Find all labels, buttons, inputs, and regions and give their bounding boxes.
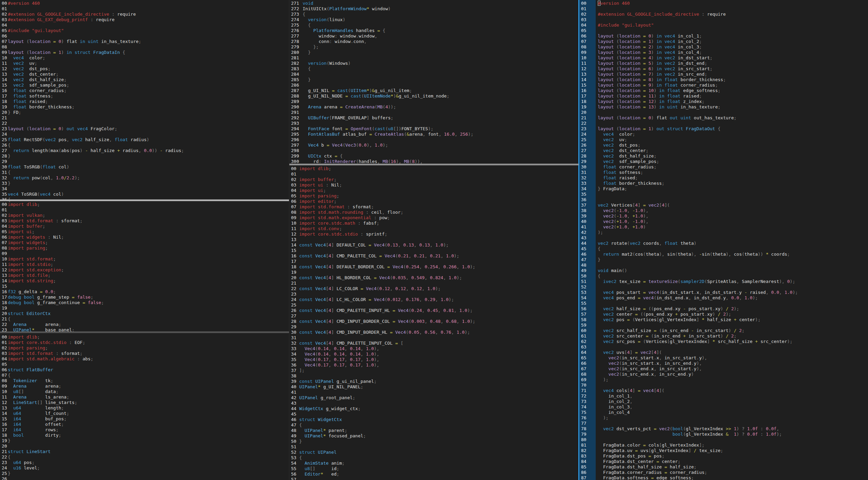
code-token: ]: [331, 308, 337, 313]
code-line: 14import std.string;: [0, 278, 289, 284]
code-token: uvs: [616, 350, 624, 355]
code-token: +: [633, 224, 635, 229]
code-token: vec2: [598, 372, 619, 377]
code-token: (: [377, 286, 379, 291]
code-token: vec2: [598, 202, 611, 208]
editor-window[interactable]: 00import dlib;0102import vulkan;03import…: [0, 201, 289, 332]
code-token: dst_center: [29, 72, 56, 77]
split-separator[interactable]: [0, 199, 289, 201]
code-token: =: [345, 126, 351, 131]
line-number: 75: [579, 410, 596, 415]
code-line: 13layout (location = 7) in vec2 in_src_e…: [579, 72, 868, 77]
editor-window[interactable]: 00import dlib;01import core.stdc.stdio :…: [0, 333, 289, 480]
code-token: ),: [374, 351, 379, 357]
code-line: 71 vec4 cols[4] = vec4[4](: [579, 388, 868, 393]
code-token: ;: [181, 148, 184, 153]
code-line: 65 vec2(in_src_start.x, in_src_start.y),: [579, 355, 868, 361]
code-token: FontFace: [303, 126, 332, 131]
code-token: (: [643, 339, 646, 344]
code-token: ,: [109, 137, 115, 142]
code-token: =: [374, 275, 379, 280]
code-token: (: [616, 99, 619, 104]
code-token: 0.824: [430, 275, 443, 280]
code-pane-left[interactable]: 00#version 4600102#extension GL_GOOGLE_i…: [0, 0, 289, 480]
line-number: 87: [579, 475, 596, 480]
line-number: 18: [0, 300, 8, 305]
code-pane-right[interactable]: 00#version 4600102#extension GL_GOOGLE_i…: [578, 0, 868, 480]
line-number: 33: [0, 181, 8, 186]
code-token: ,: [739, 295, 745, 300]
code-token: in_src_start: [622, 355, 654, 360]
code-token: ): [651, 55, 657, 60]
line-number: 03: [579, 17, 596, 22]
code-token: 1.0: [366, 362, 374, 368]
code-token: /: [726, 333, 731, 339]
code-token: col: [53, 192, 61, 197]
code-token: fabsf: [363, 221, 377, 226]
line-number: 71: [579, 388, 596, 393]
line-number: 20: [0, 444, 8, 449]
code-token: ,: [382, 210, 387, 215]
line-number: 00: [0, 1, 8, 6]
code-token: =: [643, 93, 649, 99]
code-token: window: [359, 33, 375, 39]
line-number: 28: [0, 153, 8, 159]
code-token: =: [332, 88, 337, 93]
code-token: ,: [425, 275, 430, 280]
code-token: =: [393, 319, 398, 324]
line-number: 09: [579, 50, 596, 55]
code-line: 24 vec4 color;: [579, 132, 868, 137]
split-separator[interactable]: [289, 164, 579, 165]
editor-window[interactable]: 00#version 4600102#extension GL_GOOGLE_i…: [579, 0, 868, 480]
code-line: 06layout (location = 0) in vec4 in_col_1…: [579, 33, 868, 39]
code-token: =: [665, 470, 670, 475]
code-token: [: [326, 297, 329, 302]
code-line: 294 FontFace font = OpenFont(cast(u8[])F…: [289, 126, 579, 132]
code-token: layout: [8, 126, 27, 131]
code-token: {: [8, 142, 11, 148]
code-line: 40UIPanel* g_UI_NIL_PANEL;: [289, 384, 579, 390]
code-line: 05#include "gui.layout": [0, 28, 289, 33]
code-token: {: [598, 246, 600, 251]
code-token: ) ?: [736, 426, 747, 431]
editor-root: 00#version 4600102#extension GL_GOOGLE_i…: [0, 0, 868, 480]
code-token: void: [303, 1, 313, 6]
code-token: const: [299, 379, 315, 384]
code-token: ;: [64, 77, 66, 82]
code-token: =: [627, 317, 633, 322]
code-line: 20const Vec4[4] HL_BORDER_COL = Vec4(0.0…: [289, 275, 579, 281]
code-token: sformat: [61, 351, 80, 356]
code-token: location: [619, 61, 643, 66]
editor-window[interactable]: 00#version 4600102#extension GL_GOOGLE_i…: [0, 0, 289, 202]
code-token: in_dst_start: [662, 290, 694, 295]
code-line: 49void main(): [579, 268, 868, 273]
code-token: ;: [710, 66, 713, 71]
code-token: 1: [734, 432, 736, 437]
editor-window[interactable]: 00import dlib;0102import buffer;03import…: [289, 165, 579, 480]
code-token: .: [672, 306, 675, 311]
code-token: ;: [353, 395, 355, 400]
code-line: 21struct LineStart: [0, 449, 289, 454]
code-token: ),: [367, 142, 375, 148]
line-number: 64: [579, 350, 596, 355]
code-token: ]: [331, 297, 337, 302]
code-token: =: [377, 28, 383, 33]
line-number: 12: [0, 66, 8, 72]
code-token: :: [53, 218, 61, 223]
code-pane-middle[interactable]: 271void272InitUICtx(PlatformWindow* wind…: [289, 0, 579, 480]
code-token: MB: [383, 159, 388, 164]
split-separator[interactable]: [0, 331, 289, 333]
code-token: in vec2: [656, 55, 678, 60]
code-token: floor: [387, 210, 400, 215]
code-token: 0.24: [411, 308, 422, 313]
code-token: ctx: [324, 153, 335, 159]
line-number: 35: [0, 192, 8, 197]
editor-window[interactable]: 271void272InitUICtx(PlatformWindow* wind…: [289, 0, 579, 164]
code-token: theta: [745, 252, 758, 257]
code-token: Vec4: [398, 319, 409, 324]
code-token: 4: [329, 319, 331, 324]
code-token: ,: [441, 319, 446, 324]
code-token: pos_start: [681, 312, 704, 317]
line-number: 12: [0, 400, 8, 405]
code-line: 16layout (location = 10) in float edge_s…: [579, 88, 868, 93]
